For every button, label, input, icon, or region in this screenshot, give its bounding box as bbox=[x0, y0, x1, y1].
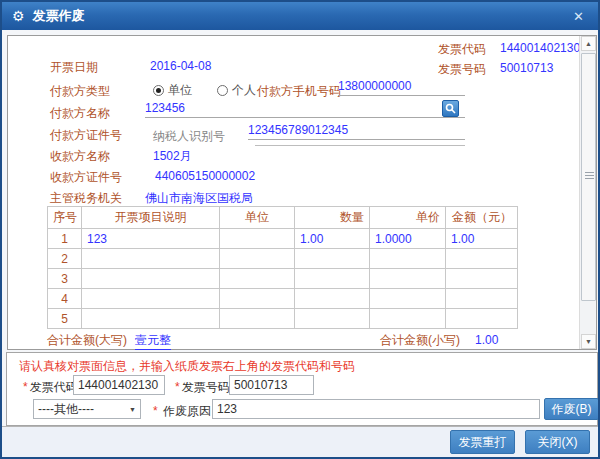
required-mark: * bbox=[175, 380, 180, 394]
payer-type-person-label: 个人 bbox=[232, 83, 256, 97]
vertical-scrollbar[interactable]: ▲ ▼ bbox=[579, 36, 596, 349]
required-mark: * bbox=[153, 404, 158, 418]
table-row[interactable]: 2 bbox=[48, 249, 518, 269]
scroll-down-icon[interactable]: ▼ bbox=[581, 334, 596, 349]
reason-type-select[interactable]: ----其他---- ▼ bbox=[33, 399, 141, 419]
col-qty: 数量 bbox=[295, 207, 370, 229]
void-reason-input[interactable] bbox=[212, 399, 540, 419]
void-reason-label: 作废原因 bbox=[163, 404, 211, 418]
payer-type-label: 付款方类型 bbox=[50, 83, 110, 100]
payer-id-type: 纳税人识别号 bbox=[153, 128, 225, 145]
invoice-void-dialog: ⚙ 发票作废 ✕ 发票代码 144001402130 发票号码 50010713… bbox=[0, 0, 600, 459]
payer-name-label: 付款方名称 bbox=[50, 105, 110, 122]
close-button[interactable]: 关闭(X) bbox=[525, 430, 590, 454]
table-row[interactable]: 3 bbox=[48, 269, 518, 289]
table-row[interactable]: 4 bbox=[48, 289, 518, 309]
col-unit: 单位 bbox=[220, 207, 295, 229]
radio-selected-icon[interactable] bbox=[153, 85, 164, 96]
table-row[interactable]: 1 123 1.00 1.0000 1.00 bbox=[48, 229, 518, 249]
invoice-items-table: 序号 开票项目说明 单位 数量 单价 金额（元） 1 123 1.00 1.00… bbox=[47, 206, 518, 329]
reprint-invoice-button[interactable]: 发票重打 bbox=[450, 430, 515, 454]
void-warning-text: 请认真核对票面信息，并输入纸质发票右上角的发票代码和号码 bbox=[19, 358, 355, 375]
payer-type-unit-label: 单位 bbox=[168, 83, 192, 97]
invoice-panel: 发票代码 144001402130 发票号码 50010713 开票日期 201… bbox=[7, 35, 597, 350]
void-number-input[interactable] bbox=[229, 375, 314, 395]
invoice-number-value: 50010713 bbox=[500, 61, 553, 75]
payee-id-value: 440605150000002 bbox=[155, 169, 255, 183]
scrollbar-thumb[interactable] bbox=[581, 53, 596, 301]
payee-name-label: 收款方名称 bbox=[50, 148, 110, 165]
tax-authority-value: 佛山市南海区国税局 bbox=[145, 190, 253, 207]
field-underline bbox=[255, 145, 465, 146]
invoice-code-value: 144001402130 bbox=[500, 41, 580, 55]
payee-id-label: 收款方证件号 bbox=[50, 169, 122, 186]
required-mark: * bbox=[23, 380, 28, 394]
payee-name-value: 1502月 bbox=[153, 148, 192, 165]
gear-icon: ⚙ bbox=[12, 9, 25, 23]
payer-id-label: 付款方证件号 bbox=[50, 127, 122, 144]
issue-date-value: 2016-04-08 bbox=[150, 59, 211, 73]
payer-mobile-label: 付款方手机号码 bbox=[257, 83, 341, 100]
chevron-down-icon: ▼ bbox=[129, 406, 136, 413]
payer-type-unit-radio[interactable]: 单位 bbox=[153, 82, 192, 99]
close-icon[interactable]: ✕ bbox=[569, 9, 588, 24]
search-icon bbox=[445, 103, 456, 114]
invoice-number-label: 发票号码 bbox=[438, 61, 486, 78]
tax-authority-label: 主管税务机关 bbox=[50, 190, 122, 207]
payer-name-input[interactable]: 123456 bbox=[145, 101, 465, 118]
col-desc: 开票项目说明 bbox=[82, 207, 220, 229]
void-button[interactable]: 作废(B) bbox=[544, 398, 599, 420]
issue-date-label: 开票日期 bbox=[50, 59, 98, 76]
void-section: 请认真核对票面信息，并输入纸质发票右上角的发票代码和号码 *发票代码: *发票号… bbox=[6, 352, 598, 426]
footer: 发票重打 关闭(X) bbox=[2, 426, 598, 457]
total-lowercase-value: 1.00 bbox=[475, 333, 498, 347]
col-amount: 金额（元） bbox=[446, 207, 518, 229]
scroll-up-icon[interactable]: ▲ bbox=[581, 36, 596, 51]
search-button[interactable] bbox=[442, 100, 459, 117]
total-uppercase-value: 壹元整 bbox=[135, 332, 171, 350]
col-no: 序号 bbox=[48, 207, 82, 229]
radio-unselected-icon[interactable] bbox=[217, 85, 228, 96]
table-header-row: 序号 开票项目说明 单位 数量 单价 金额（元） bbox=[48, 207, 518, 229]
void-number-label: 发票号码: bbox=[182, 380, 233, 394]
dialog-title: 发票作废 bbox=[33, 7, 85, 25]
scrollbar-grip bbox=[585, 172, 594, 179]
void-code-input[interactable] bbox=[73, 375, 165, 395]
total-lowercase-label: 合计金额(小写) bbox=[380, 332, 460, 349]
payer-type-person-radio[interactable]: 个人 bbox=[217, 82, 256, 99]
titlebar: ⚙ 发票作废 ✕ bbox=[2, 2, 598, 30]
col-price: 单价 bbox=[370, 207, 446, 229]
total-uppercase-label: 合计金额(大写) bbox=[47, 332, 127, 349]
table-row[interactable]: 5 bbox=[48, 309, 518, 329]
invoice-code-label: 发票代码 bbox=[438, 41, 486, 58]
reason-type-value: ----其他---- bbox=[38, 401, 94, 418]
payer-mobile-input[interactable]: 13800000000 bbox=[338, 79, 465, 96]
payer-id-input[interactable]: 123456789012345 bbox=[248, 123, 465, 140]
